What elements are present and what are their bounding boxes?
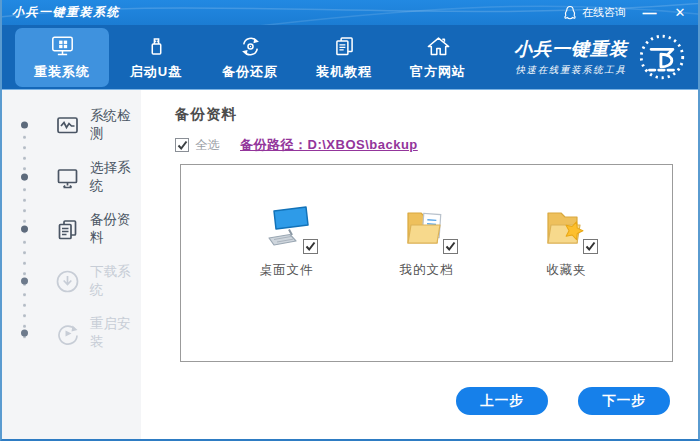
backup-item-label: 收藏夹: [546, 262, 587, 279]
restart-install-icon: [55, 321, 80, 346]
close-icon: ✕: [675, 6, 686, 19]
online-consult-label: 在线咨询: [582, 5, 626, 20]
qq-icon: [563, 5, 577, 20]
backup-item-my-documents[interactable]: 我的文档: [387, 201, 467, 361]
brand-name: 小兵一键重装: [514, 37, 628, 61]
download-system-icon: [55, 269, 80, 294]
sidebar-step-label: 下载系统: [90, 263, 141, 299]
nav-item-reinstall-system[interactable]: 重装系统: [15, 28, 109, 87]
brand-logo-icon: [638, 33, 686, 81]
page-title: 备份资料: [175, 105, 698, 124]
sidebar-steps: 系统检测 选择系统 备份资料: [2, 90, 141, 439]
nav-item-label: 装机教程: [316, 63, 372, 81]
brand-slogan: 快速在线重装系统工具: [514, 64, 628, 77]
sidebar-step-label: 备份资料: [90, 211, 141, 247]
item-checkbox-checked-icon[interactable]: [583, 239, 598, 254]
backup-item-desktop-files[interactable]: 桌面文件: [247, 201, 327, 361]
app-window: 小兵一键重装系统 在线咨询 — ✕ 重装系统: [0, 0, 700, 441]
brand-area: 小兵一键重装 快速在线重装系统工具: [514, 33, 698, 81]
nav-item-backup-restore[interactable]: 备份还原: [203, 28, 297, 87]
backup-item-favorites[interactable]: 收藏夹: [527, 201, 607, 361]
select-all-checkbox[interactable]: 全选: [175, 137, 220, 154]
item-checkbox-checked-icon[interactable]: [303, 239, 318, 254]
sidebar-step-label: 系统检测: [90, 107, 141, 143]
sidebar-step-system-check[interactable]: 系统检测: [2, 99, 141, 151]
online-consult-button[interactable]: 在线咨询: [563, 5, 626, 20]
nav-item-label: 官方网站: [410, 63, 466, 81]
backup-item-label: 桌面文件: [260, 262, 314, 279]
nav-item-label: 启动U盘: [130, 63, 182, 81]
nav-item-label: 重装系统: [34, 63, 90, 81]
close-button[interactable]: ✕: [672, 5, 688, 21]
sidebar-step-select-system[interactable]: 选择系统: [2, 151, 141, 203]
titlebar: 小兵一键重装系统 在线咨询 — ✕: [2, 0, 698, 25]
sidebar-step-label: 重启安装: [90, 315, 141, 351]
nav-item-boot-usb[interactable]: 启动U盘: [109, 28, 203, 87]
next-step-button[interactable]: 下一步: [578, 387, 670, 415]
window-title: 小兵一键重装系统: [12, 4, 120, 21]
nav-item-tutorial[interactable]: 装机教程: [297, 28, 391, 87]
sidebar-step-label: 选择系统: [90, 159, 141, 195]
main-content: 备份资料 全选 备份路径：D:\XBOS\backup: [141, 90, 698, 439]
top-nav: 重装系统 启动U盘 备份还原: [2, 25, 698, 90]
monitor-grid-icon: [49, 33, 76, 60]
sidebar-step-restart-install[interactable]: 重启安装: [2, 307, 141, 359]
backup-item-label: 我的文档: [400, 262, 454, 279]
nav-item-official-site[interactable]: 官方网站: [391, 28, 485, 87]
backup-path-link[interactable]: 备份路径：D:\XBOS\backup: [240, 136, 418, 154]
minimize-button[interactable]: —: [641, 5, 657, 21]
select-system-icon: [55, 165, 80, 190]
backup-data-icon: [55, 217, 80, 242]
backup-restore-icon: [237, 33, 264, 60]
usb-drive-icon: [143, 33, 170, 60]
select-all-label: 全选: [195, 137, 220, 154]
backup-items-panel: 桌面文件 我的: [180, 164, 673, 362]
system-check-icon: [55, 113, 80, 138]
home-icon: [425, 33, 452, 60]
sidebar-step-backup-data[interactable]: 备份资料: [2, 203, 141, 255]
nav-item-label: 备份还原: [222, 63, 278, 81]
checkbox-checked-icon: [175, 138, 189, 152]
item-checkbox-checked-icon[interactable]: [443, 239, 458, 254]
minimize-icon: —: [643, 6, 656, 20]
sidebar-step-download-system[interactable]: 下载系统: [2, 255, 141, 307]
prev-step-button[interactable]: 上一步: [456, 387, 548, 415]
tutorial-docs-icon: [331, 33, 358, 60]
